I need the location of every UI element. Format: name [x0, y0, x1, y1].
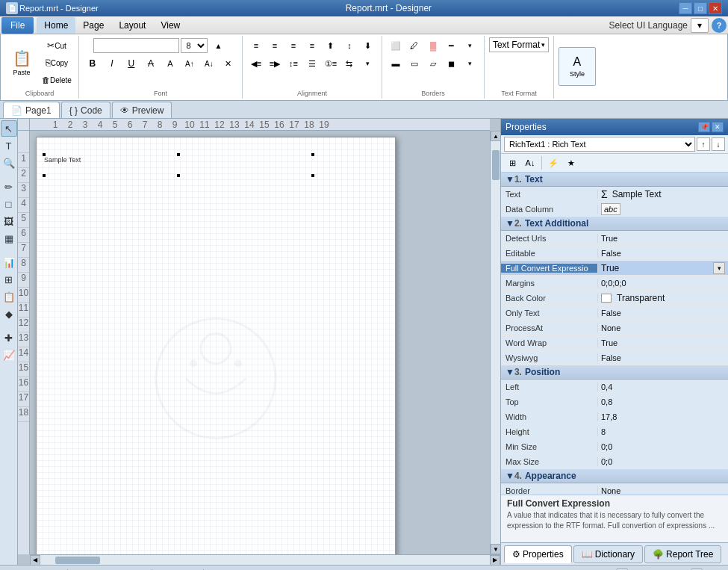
border-style-3[interactable]: ▱	[424, 55, 442, 72]
fill-color-button[interactable]: ▓	[424, 37, 442, 54]
shape-tool[interactable]: ◆	[1, 306, 17, 322]
zoom-tool[interactable]: 🔍	[1, 155, 17, 171]
font-size-down-button[interactable]: A↓	[200, 55, 218, 72]
strikethrough-button[interactable]: A	[142, 56, 160, 71]
favorites-button[interactable]: ★	[563, 155, 579, 170]
direction-button[interactable]: ⇆	[340, 55, 358, 72]
prop-row-fullconvert[interactable]: Full Convert Expressio True ▾	[501, 261, 728, 276]
report-tree-tab-btn[interactable]: 🌳 Report Tree	[644, 545, 721, 563]
sub-report-tool[interactable]: 📋	[1, 288, 17, 305]
section-text-additional-header[interactable]: ▼ 2. Text Additional	[501, 217, 728, 231]
list-button[interactable]: ☰	[303, 55, 321, 72]
sort-az-button[interactable]: ↑	[697, 137, 710, 151]
align-center-button[interactable]: ≡	[266, 37, 284, 54]
chart-tool[interactable]: 📊	[1, 254, 17, 270]
canvas-scroll-area[interactable]: Sample Text	[30, 131, 490, 554]
paste-button[interactable]: 📋 Paste	[5, 43, 38, 82]
file-menu[interactable]: File	[1, 17, 34, 34]
more-align-button[interactable]: ▾	[359, 55, 377, 72]
indent-right-button[interactable]: ≡▶	[266, 55, 284, 72]
events-button[interactable]: ⚡	[545, 155, 561, 170]
clear-format-button[interactable]: ✕	[220, 55, 237, 72]
fullconvert-dropdown[interactable]: ▾	[713, 262, 725, 274]
numbered-list-button[interactable]: ①≡	[322, 55, 340, 72]
handle-bm[interactable]	[176, 173, 181, 178]
preview-tab[interactable]: 👁 Preview	[112, 102, 172, 118]
page-menu[interactable]: Page	[75, 17, 111, 34]
view-menu[interactable]: View	[153, 17, 187, 34]
handle-bl[interactable]	[42, 173, 46, 178]
border-shadow-button[interactable]: ◼	[443, 55, 461, 72]
font-color-button[interactable]: A	[161, 56, 179, 71]
cross-tool[interactable]: ✚	[1, 329, 17, 346]
font-size-up-button[interactable]: A↑	[181, 55, 199, 72]
maximize-button[interactable]: □	[694, 2, 707, 14]
align-justify-button[interactable]: ≡	[303, 37, 321, 54]
alpha-view-button[interactable]: A↓	[522, 155, 538, 170]
scroll-thumb-h[interactable]	[55, 557, 100, 564]
text-tool[interactable]: T	[1, 137, 17, 154]
handle-tr[interactable]	[311, 152, 315, 157]
border-style-2[interactable]: ▭	[405, 55, 423, 72]
lang-dropdown-button[interactable]: ▾	[691, 18, 709, 33]
handle-tl[interactable]	[42, 152, 46, 157]
handle-tm[interactable]	[176, 152, 181, 157]
italic-button[interactable]: I	[103, 56, 121, 71]
select-tool[interactable]: ↖	[1, 120, 17, 137]
border-color-button[interactable]: 🖊	[405, 37, 423, 54]
richtext-component[interactable]: Sample Text	[44, 154, 313, 176]
close-panel-button[interactable]: ✕	[712, 122, 724, 132]
code-tab[interactable]: { } Code	[61, 102, 111, 118]
font-name-input[interactable]	[93, 38, 179, 53]
cut-button[interactable]: ✂ Cut	[40, 37, 74, 54]
component-dropdown[interactable]: RichText1 : Rich Text	[504, 137, 695, 152]
border-all-button[interactable]: ⬜	[387, 37, 405, 54]
pin-button[interactable]: 📌	[698, 122, 710, 132]
increment-font-button[interactable]: ▲	[209, 37, 227, 54]
rectangle-tool[interactable]: □	[1, 196, 17, 212]
more-borders-button[interactable]: ▾	[461, 37, 479, 54]
home-menu[interactable]: Home	[37, 17, 75, 34]
barcode-tool[interactable]: ▦	[1, 230, 17, 247]
line-spacing-button[interactable]: ↕≡	[284, 55, 302, 72]
layout-menu[interactable]: Layout	[111, 17, 153, 34]
close-button[interactable]: ✕	[709, 2, 722, 14]
scroll-left-button[interactable]: ◀	[30, 555, 40, 566]
indent-left-button[interactable]: ◀≡	[247, 55, 265, 72]
align-left-button[interactable]: ≡	[247, 37, 265, 54]
copy-button[interactable]: ⎘ Copy	[40, 55, 74, 71]
delete-button[interactable]: 🗑 Delete	[40, 72, 74, 88]
horizontal-scrollbar[interactable]: ◀ ▶	[30, 554, 500, 565]
section-text-header[interactable]: ▼ 1. Text	[501, 173, 728, 187]
properties-tab-btn[interactable]: ⚙ Properties	[504, 545, 572, 563]
underline-button[interactable]: U	[122, 56, 140, 71]
align-bottom-button[interactable]: ⬇	[359, 37, 377, 54]
border-width-button[interactable]: ━	[443, 37, 461, 54]
scroll-up-button[interactable]: ▲	[491, 131, 500, 141]
help-button[interactable]: ?	[712, 18, 727, 33]
style-button[interactable]: A Style	[559, 47, 596, 86]
sort-prop-button[interactable]: ↓	[712, 137, 725, 151]
font-size-select[interactable]: 891012	[181, 38, 208, 53]
more-border-btn[interactable]: ▾	[461, 55, 479, 72]
border-style-1[interactable]: ▬	[387, 55, 405, 72]
page-tab[interactable]: 📄 Page1	[3, 102, 60, 118]
handle-br[interactable]	[311, 173, 315, 178]
categories-view-button[interactable]: ⊞	[504, 155, 520, 170]
section-position-header[interactable]: ▼ 3. Position	[501, 365, 728, 380]
image-tool[interactable]: 🖼	[1, 213, 17, 229]
align-top-button[interactable]: ⬆	[322, 37, 340, 54]
align-middle-button[interactable]: ↕	[340, 37, 358, 54]
sparkline-tool[interactable]: 📈	[1, 347, 17, 363]
vertical-scrollbar[interactable]: ▲ ▼	[490, 131, 500, 554]
scroll-thumb-v[interactable]	[492, 150, 500, 180]
align-right-button[interactable]: ≡	[284, 37, 302, 54]
text-format-selector[interactable]: Text Format ▾	[489, 37, 549, 52]
scroll-right-button[interactable]: ▶	[490, 555, 500, 566]
bold-button[interactable]: B	[84, 56, 102, 71]
section-appearance-header[interactable]: ▼ 4. Appearance	[501, 469, 728, 483]
table-tool[interactable]: ⊞	[1, 271, 17, 288]
minimize-button[interactable]: ─	[679, 2, 692, 14]
dictionary-tab-btn[interactable]: 📖 Dictionary	[573, 545, 643, 563]
pen-tool[interactable]: ✏	[1, 179, 17, 195]
